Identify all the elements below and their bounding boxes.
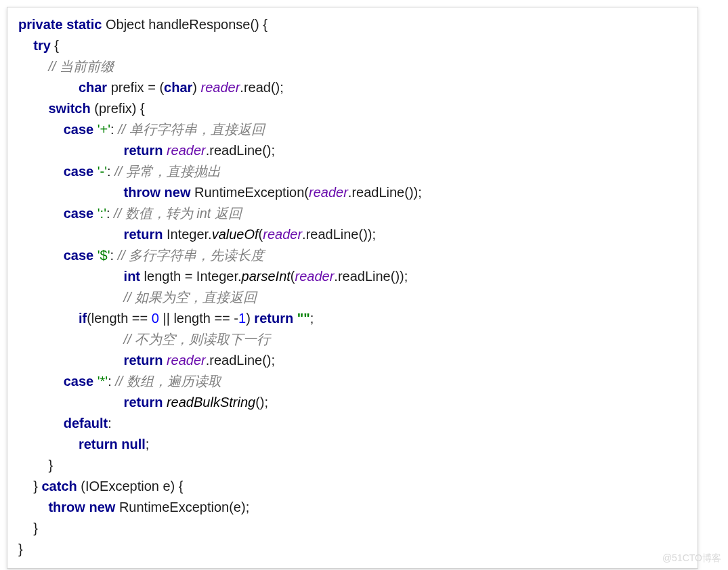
token: .readLine()); (334, 269, 408, 284)
identifier: reader (167, 353, 206, 368)
token: : (110, 248, 118, 263)
identifier: reader (167, 143, 206, 158)
keyword: return (124, 143, 163, 158)
keyword: case (64, 122, 94, 137)
token: Integer. (163, 227, 211, 242)
code-line: case '+': // 单行字符串，直接返回 (18, 119, 687, 140)
method: readBulkString (167, 395, 255, 410)
code-line: throw new RuntimeException(e); (18, 497, 687, 518)
keyword: return (124, 227, 163, 242)
token: : (108, 374, 115, 389)
token: } (33, 521, 38, 535)
code-line: default: (18, 413, 687, 434)
string: '-' (98, 164, 107, 179)
code-line: try { (18, 35, 687, 56)
code-line: case ':': // 数值，转为 int 返回 (18, 203, 687, 224)
number: 1 (238, 311, 246, 326)
token: .readLine()); (302, 227, 376, 242)
code-line: case '*': // 数组，遍历读取 (18, 371, 687, 392)
keyword: int (124, 269, 140, 284)
keyword: if (79, 311, 87, 326)
token: ( (291, 269, 295, 284)
string: '+' (98, 122, 110, 137)
code-line: // 当前前缀 (18, 56, 687, 77)
method: valueOf (212, 227, 259, 242)
code-line: private static Object handleResponse() { (18, 14, 687, 35)
token: } (48, 458, 53, 473)
code-line: case '$': // 多行字符串，先读长度 (18, 245, 687, 266)
code-line: return Integer.valueOf(reader.readLine()… (18, 224, 687, 245)
comment: // 多行字符串，先读长度 (118, 248, 265, 263)
code-line: case '-': // 异常，直接抛出 (18, 161, 687, 182)
string: ':' (98, 206, 106, 221)
keyword: return null (79, 437, 146, 452)
number: 0 (152, 311, 159, 326)
token: (IOException e) { (77, 479, 184, 494)
keyword: return (254, 311, 293, 326)
comment: // 异常，直接抛出 (114, 164, 221, 179)
keyword: return (124, 395, 163, 410)
keyword: throw new (124, 185, 191, 200)
string: "" (297, 311, 310, 326)
identifier: reader (309, 185, 348, 200)
comment: // 不为空，则读取下一行 (124, 332, 271, 347)
keyword: char (164, 80, 192, 95)
token: : (106, 206, 114, 221)
token: } (18, 542, 23, 556)
token: RuntimeException(e); (115, 500, 249, 514)
string: '$' (98, 248, 110, 263)
token: : (107, 164, 114, 179)
token: .readLine(); (206, 143, 275, 158)
keyword: switch (48, 101, 90, 116)
method: parseInt (242, 269, 291, 284)
keyword: private static (18, 17, 102, 32)
keyword: catch (41, 479, 77, 494)
code-block: private static Object handleResponse() {… (7, 7, 698, 569)
watermark: @51CTO博客 (662, 552, 721, 565)
token: ; (310, 311, 314, 326)
identifier: reader (263, 227, 302, 242)
keyword: char (79, 80, 107, 95)
token: ) (192, 80, 200, 95)
comment: // 数组，遍历读取 (115, 374, 221, 389)
token: : (110, 122, 118, 137)
code-line: return null; (18, 434, 687, 455)
token: (); (255, 395, 268, 410)
keyword: return (124, 353, 163, 368)
token: .readLine(); (206, 353, 275, 368)
keyword: case (64, 248, 94, 263)
code-line: if(length == 0 || length == -1) return "… (18, 308, 687, 329)
keyword: try (33, 38, 51, 53)
code-line: // 如果为空，直接返回 (18, 287, 687, 308)
string: '*' (98, 374, 108, 389)
keyword: case (64, 164, 94, 179)
code-line: throw new RuntimeException(reader.readLi… (18, 182, 687, 203)
token: RuntimeException( (190, 185, 309, 200)
token: || length == - (159, 311, 238, 326)
token: prefix = ( (107, 80, 164, 95)
token: { (51, 38, 59, 53)
token: : (108, 416, 112, 431)
token: } (33, 479, 41, 494)
token: (length == (87, 311, 152, 326)
keyword: default (64, 416, 108, 431)
comment: // 单行字符串，直接返回 (118, 122, 265, 137)
token: ; (146, 437, 150, 452)
keyword: case (64, 206, 94, 221)
identifier: reader (295, 269, 335, 284)
token: (prefix) { (91, 101, 145, 116)
code-line: } (18, 539, 687, 560)
code-line: } catch (IOException e) { (18, 476, 687, 497)
code-line: } (18, 455, 687, 476)
keyword: case (64, 374, 94, 389)
token: .read(); (240, 80, 283, 95)
code-line: char prefix = (char) reader.read(); (18, 77, 687, 98)
token: ) (246, 311, 254, 326)
token: Object handleResponse() { (102, 17, 267, 32)
code-line: return readBulkString(); (18, 392, 687, 413)
code-line: int length = Integer.parseInt(reader.rea… (18, 266, 687, 287)
keyword: throw new (48, 500, 115, 514)
comment: // 当前前缀 (48, 59, 114, 74)
code-line: return reader.readLine(); (18, 140, 687, 161)
token: .readLine()); (348, 185, 422, 200)
